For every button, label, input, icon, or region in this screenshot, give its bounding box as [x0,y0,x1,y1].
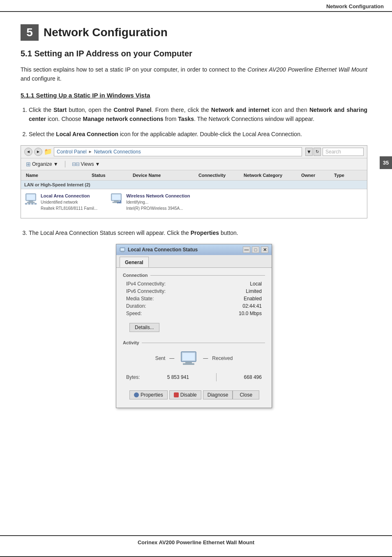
sent-arrow-icon: — [169,355,174,361]
dialog-tabs: General [116,255,272,268]
disable-button[interactable]: Disable [169,390,201,399]
duration-value: 02:44:41 [242,303,262,309]
close-button[interactable]: Close [233,390,259,399]
col-network-category: Network Category [242,172,300,179]
organize-icon: ⊞ [26,161,31,167]
col-name: Name [24,172,90,179]
chapter-title: Network Configuration [44,26,168,39]
dialog-title-icon [120,247,125,253]
nav-back-button[interactable]: ◄ [24,148,32,156]
dialog-maximize-button[interactable]: □ [252,246,259,253]
intro-text: This section explains how to set a stati… [21,66,246,73]
folder-icon: 📁 [44,148,52,155]
step-2: Select the Local Area Connection icon fo… [29,130,367,139]
breadcrumb-item-2: Network Connections [94,149,141,155]
details-button[interactable]: Details... [129,323,159,332]
refresh-button[interactable]: ↻ [314,148,321,156]
header-title: Network Configuration [326,3,384,9]
win-toolbar: ⊞ Organize ▼ ⊟ ⊟ Views ▼ [21,158,367,170]
status-dialog: Local Area Connection Status — □ ✕ Gener… [116,244,272,408]
breadcrumb-arrow-icon: ► [88,149,92,154]
organize-label: Organize [32,161,52,167]
table-header-row: Name Status Device Name Connectivity Net… [21,170,367,181]
connection-section-title: Connection [123,273,265,278]
breadcrumb-item-1: Control Panel [57,149,87,155]
intro-end: and configure it. [21,75,62,82]
step-3: The Local Area Connection Status screen … [29,228,367,237]
ipv4-value: Local [250,281,262,287]
step-3-list: The Local Area Connection Status screen … [29,228,367,237]
subsection-number: 5.1.1 [21,92,34,99]
svg-rect-5 [28,203,30,204]
diagnose-label: Diagnose [208,392,228,398]
properties-button[interactable]: Properties [129,390,168,399]
page-number: 35 [383,160,389,166]
intro-paragraph: This section explains how to set a stati… [21,65,367,84]
wireless-connection-icon [110,193,123,206]
dialog-title-text: Local Area Connection Status [128,247,198,253]
wireless-connection-sub2: Intel(R) PRO/Wireless 3945A... [126,205,190,211]
footer-text: Corinex AV200 Powerline Ethernet Wall Mo… [138,539,254,545]
local-connection-icon [24,193,37,206]
search-box[interactable]: Search [323,148,364,156]
properties-label: Properties [141,392,163,398]
svg-rect-10 [114,201,119,202]
subsection-title: Setting Up a Static IP in Windows Vista [36,92,150,99]
bytes-row: Bytes: 5 853 941 668 496 [123,371,265,383]
header-bar: Network Configuration [0,0,392,12]
main-content: 5 Network Configuration 5.1 Setting an I… [0,12,392,426]
svg-rect-9 [112,195,121,200]
views-button[interactable]: ⊟ ⊟ Views ▼ [70,160,102,168]
list-item[interactable]: Local Area Connection Unidentified netwo… [24,193,97,212]
svg-rect-21 [185,362,192,363]
dialog-close-button[interactable]: ✕ [261,246,268,253]
wireless-connection-text: Wireless Network Connection Identifying.… [126,193,190,212]
network-activity-icon [178,349,199,367]
sent-bytes-value: 5 853 941 [167,374,189,380]
svg-rect-1 [27,195,35,200]
group-label: LAN or High-Speed Internet (2) [24,182,90,187]
dialog-action-buttons: Properties Disable Diagnose [129,390,233,399]
received-arrow-icon: — [203,355,208,361]
activity-section-title: Activity [123,340,265,345]
dropdown-arrow-button[interactable]: ▼ [305,148,313,156]
dialog-bottom-buttons: Properties Disable Diagnose Close [123,387,265,403]
wireless-connection-sub1: Identifying... [126,199,190,205]
svg-rect-14 [120,201,122,204]
svg-rect-3 [27,202,35,203]
svg-rect-16 [121,248,124,251]
svg-rect-7 [34,203,37,204]
wireless-connection-name: Wireless Network Connection [126,193,190,200]
sent-label: Sent [155,355,166,361]
toolbar-separator [65,161,65,167]
received-label: Received [212,355,233,361]
chapter-heading: 5 Network Configuration [21,24,367,41]
list-item[interactable]: Wireless Network Connection Identifying.… [110,193,190,212]
local-connection-sub1: Unidentified network [41,199,97,205]
search-label: Search [325,149,341,155]
step-1: Click the Start button, open the Control… [29,105,367,124]
group-header: LAN or High-Speed Internet (2) [21,181,367,189]
dialog-minimize-button[interactable]: — [243,246,250,253]
tab-general[interactable]: General [120,257,149,267]
organize-button[interactable]: ⊞ Organize ▼ [24,160,60,168]
breadcrumb-area: Control Panel ► Network Connections [54,147,302,156]
nav-forward-button[interactable]: ► [34,148,42,156]
diagnose-button[interactable]: Diagnose [203,390,233,399]
col-status: Status [90,172,131,179]
svg-rect-18 [121,252,124,252]
connections-area: Local Area Connection Unidentified netwo… [21,189,367,218]
local-connection-svg [24,193,37,206]
ipv6-label: IPv6 Connectivity: [126,288,166,294]
media-state-value: Enabled [244,296,262,302]
page-number-tab: 35 [380,156,392,169]
section-number: 5.1 [21,49,32,58]
footer-bar: Corinex AV200 Powerline Ethernet Wall Mo… [0,535,392,549]
views-icon2: ⊟ [76,161,80,167]
chapter-number-box: 5 [21,24,39,41]
received-bytes-value: 668 496 [244,374,262,380]
bytes-divider [216,373,217,381]
ipv4-row: IPv4 Connectivity: Local [123,280,265,288]
win-nav-bar: ◄ ► 📁 Control Panel ► Network Connection… [21,146,367,158]
disable-icon [174,392,179,397]
